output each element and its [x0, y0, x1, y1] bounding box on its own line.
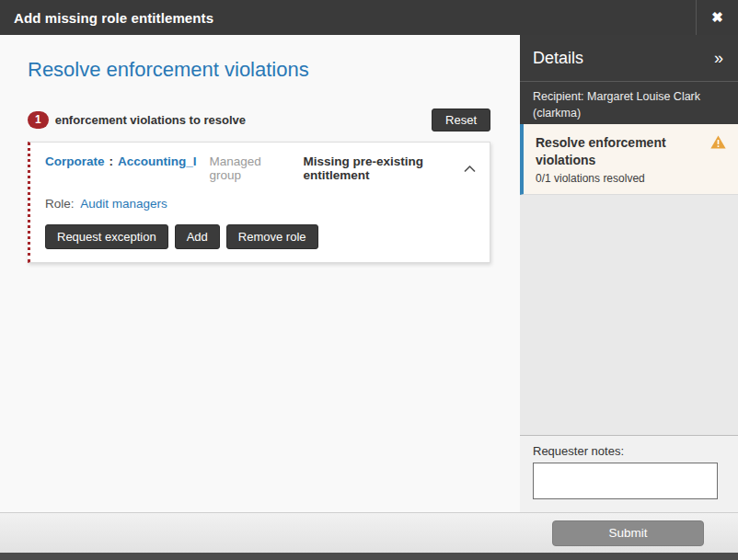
app-entitlement-separator: :	[110, 154, 114, 168]
page-title: Resolve enforcement violations	[28, 58, 490, 82]
dialog-footer: Submit	[0, 512, 738, 553]
request-exception-button[interactable]: Request exception	[45, 224, 168, 249]
violation-type-label: Missing pre-existing entitlement	[304, 154, 464, 182]
sidebar-empty-area	[520, 195, 738, 435]
role-link[interactable]: Audit managers	[80, 197, 167, 211]
dialog-titlebar: Add missing role entitlements ✖	[0, 0, 738, 35]
dialog-title: Add missing role entitlements	[14, 10, 213, 26]
details-title: Details	[533, 49, 583, 68]
violation-actions-row: Request exception Add Remove role	[45, 224, 476, 249]
role-row: Role: Audit managers	[45, 197, 476, 211]
violations-label: enforcement violations to resolve	[55, 113, 246, 127]
group-type-label: Managed group	[210, 154, 283, 182]
details-sidebar: Details » Recipient: Margaret Louise Cla…	[520, 35, 738, 512]
window-bottom-edge	[0, 553, 738, 560]
main-panel: Resolve enforcement violations 1 enforce…	[0, 35, 520, 512]
application-link[interactable]: Corporate	[45, 154, 105, 168]
task-item-resolve-violations[interactable]: Resolve enforcement violations 0/1 viola…	[520, 124, 738, 195]
warning-icon	[710, 135, 726, 149]
role-label: Role:	[45, 197, 75, 211]
add-missing-role-entitlements-dialog: Add missing role entitlements ✖ Resolve …	[0, 0, 738, 560]
chevron-up-icon[interactable]	[464, 165, 476, 173]
requester-notes-section: Requester notes:	[520, 435, 738, 512]
violation-card-header: Corporate : Accounting_I Managed group M…	[45, 154, 476, 182]
task-title: Resolve enforcement violations	[536, 134, 698, 169]
dialog-body: Resolve enforcement violations 1 enforce…	[0, 35, 738, 512]
recipient-info: Recipient: Margaret Louise Clark (clarkm…	[520, 82, 738, 124]
details-header: Details »	[520, 35, 738, 82]
close-icon[interactable]: ✖	[697, 0, 738, 35]
collapse-sidebar-icon[interactable]: »	[714, 50, 723, 66]
requester-notes-label: Requester notes:	[533, 444, 718, 458]
requester-notes-input[interactable]	[533, 463, 718, 499]
task-progress: 0/1 violations resolved	[536, 172, 698, 185]
reset-button[interactable]: Reset	[432, 109, 490, 131]
entitlement-link[interactable]: Accounting_I	[118, 154, 197, 168]
violation-card: Corporate : Accounting_I Managed group M…	[28, 142, 490, 263]
add-button[interactable]: Add	[175, 224, 220, 249]
submit-button[interactable]: Submit	[552, 520, 704, 546]
violations-summary-row: 1 enforcement violations to resolve Rese…	[28, 109, 490, 131]
remove-role-button[interactable]: Remove role	[226, 224, 318, 249]
violations-count-badge: 1	[28, 111, 49, 129]
